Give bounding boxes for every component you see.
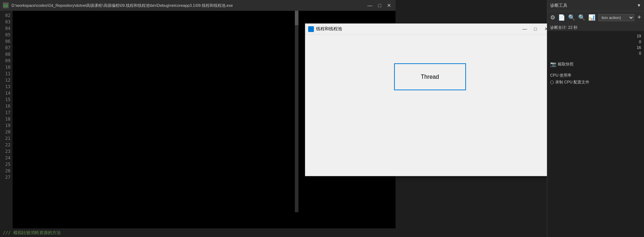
console-title-bar: C# D:\workspace\codes\Git_Repository\dot…	[0, 0, 396, 11]
console-maximize-btn[interactable]: □	[377, 3, 383, 8]
line-number: 22	[5, 142, 10, 148]
counter-val-2: 0	[639, 40, 641, 44]
line-number: 20	[5, 129, 10, 135]
diagnostics-counters: 19 0 16 0	[550, 34, 641, 55]
diagnostics-summary-text: 诊断全计: 22 秒	[550, 25, 577, 30]
bottom-code-bar: /// 模拟比较消耗资源的方法	[0, 228, 396, 237]
wpf-body: Thread	[305, 35, 554, 176]
action-dropdown[interactable]: tion action)	[598, 14, 634, 21]
counter-row-1: 19	[550, 34, 641, 38]
snapshot-icon: 📷	[550, 61, 556, 67]
line-number: 15	[5, 96, 10, 103]
line-number: 18	[5, 116, 10, 122]
line-number: 06	[5, 38, 10, 45]
doc-icon[interactable]: 📄	[558, 14, 565, 21]
line-number: 07	[5, 45, 10, 51]
line-number: 17	[5, 109, 10, 116]
add-action-btn[interactable]: +	[637, 14, 641, 21]
console-minimize-btn[interactable]: —	[366, 3, 374, 8]
counter-row-3: 16	[550, 45, 641, 50]
wpf-window-title: 线程和线程池	[316, 26, 519, 32]
scrollbar-thumb[interactable]	[295, 11, 298, 25]
line-number: 03	[5, 19, 10, 25]
cpu-section-title: CPU 使用率	[550, 73, 641, 78]
wpf-app-icon	[308, 26, 314, 32]
record-cpu-btn[interactable]: 录制 CPU 配置文件	[550, 79, 641, 85]
line-number: 11	[5, 70, 10, 77]
line-number: 23	[5, 148, 10, 155]
search-icon[interactable]: 🔍	[568, 14, 575, 21]
thread-button[interactable]: Thread	[394, 63, 466, 90]
line-number: 04	[5, 25, 10, 32]
diagnostics-body: 19 0 16 0 📷 截取快照 CPU 使用率	[547, 31, 644, 237]
line-number: 16	[5, 103, 10, 109]
record-cpu-label: 录制 CPU 配置文件	[555, 79, 589, 85]
diagnostics-panel: 诊断工具 ▼ ⚙ 📄 🔍 🔍 📊 tion action) + 诊断全计: 22…	[547, 0, 644, 237]
gear-icon[interactable]: ⚙	[550, 14, 555, 21]
diagnostics-toolbar: ⚙ 📄 🔍 🔍 📊 tion action) +	[547, 11, 644, 24]
wpf-maximize-btn[interactable]: □	[530, 24, 541, 34]
line-number: 21	[5, 135, 10, 142]
chart-icon[interactable]: 📊	[588, 14, 595, 21]
line-number: 24	[5, 155, 10, 161]
cpu-section: CPU 使用率 录制 CPU 配置文件	[550, 73, 641, 85]
svg-text:C#: C#	[4, 4, 8, 8]
zoom-icon[interactable]: 🔍	[578, 14, 585, 21]
diagnostics-summary: 诊断全计: 22 秒	[547, 24, 644, 31]
wpf-title-bar: 线程和线程池 — □ ✕	[305, 24, 554, 35]
console-title-path: D:\workspace\codes\Git_Repository\dotnet…	[12, 3, 363, 8]
line-number: 02	[5, 12, 10, 19]
counter-row-2: 0	[550, 40, 641, 44]
console-close-btn[interactable]: ✕	[385, 3, 393, 8]
counter-row-4: 0	[550, 51, 641, 55]
line-number: 05	[5, 32, 10, 38]
diagnostics-title: 诊断工具	[550, 3, 567, 9]
line-number: 12	[5, 77, 10, 83]
record-radio	[550, 81, 554, 84]
line-number: 25	[5, 161, 10, 168]
line-number: 26	[5, 168, 10, 174]
line-number: 19	[5, 122, 10, 129]
counter-val-3: 16	[637, 45, 641, 50]
snapshot-btn[interactable]: 📷 截取快照	[550, 61, 641, 67]
vertical-scrollbar[interactable]	[295, 11, 298, 212]
diag-expand-icon[interactable]: ▼	[637, 3, 641, 8]
line-number: 10	[5, 64, 10, 70]
line-number: 27	[5, 174, 10, 181]
console-icon: C#	[3, 3, 9, 8]
counter-val-4: 0	[639, 51, 641, 55]
line-numbers: 0203040506070809101112131415161718192021…	[0, 11, 13, 237]
snapshot-section: 📷 截取快照	[550, 61, 641, 67]
diagnostics-header: 诊断工具 ▼	[547, 0, 644, 11]
code-comment: /// 模拟比较消耗资源的方法	[3, 230, 61, 236]
line-number: 14	[5, 90, 10, 96]
line-number: 13	[5, 83, 10, 90]
wpf-minimize-btn[interactable]: —	[519, 24, 530, 34]
counter-val-1: 19	[637, 34, 641, 38]
line-number: 08	[5, 51, 10, 58]
snapshot-label: 截取快照	[558, 61, 574, 67]
line-number: 09	[5, 58, 10, 64]
wpf-window: 线程和线程池 — □ ✕ Thread	[305, 23, 555, 176]
